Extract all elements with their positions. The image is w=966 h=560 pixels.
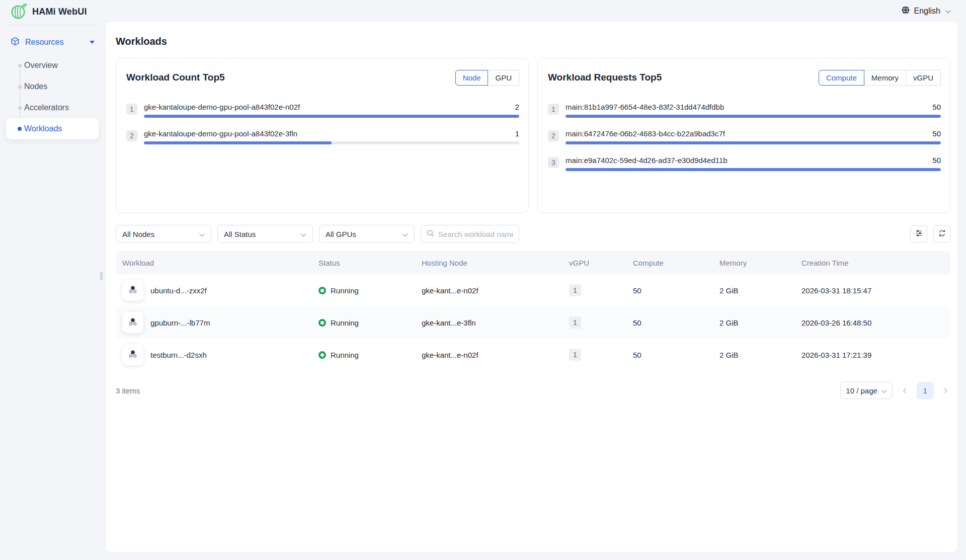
content-card: Workloads Workload Count Top5 Node GPU xyxy=(106,22,957,552)
progress-track xyxy=(566,141,941,144)
chevron-down-icon xyxy=(881,386,887,395)
card-title: Workload Count Top5 xyxy=(126,70,225,83)
col-header-creation-time: Creation Time xyxy=(795,259,950,267)
language-selector[interactable]: English xyxy=(106,0,966,22)
vgpu-badge: 1 xyxy=(569,316,581,329)
rank-value: 50 xyxy=(932,156,941,165)
workload-icon-box xyxy=(122,344,143,365)
workload-icon-box xyxy=(122,312,143,333)
sidebar-item[interactable]: Workloads xyxy=(6,118,99,139)
page-size-select[interactable]: 10 / page xyxy=(840,382,893,399)
progress-track xyxy=(566,168,941,171)
globe-icon xyxy=(901,6,910,17)
rank-badge: 1 xyxy=(126,104,137,115)
tab-button[interactable]: Node xyxy=(455,70,489,86)
tab-button[interactable]: GPU xyxy=(488,70,519,86)
caret-down-icon xyxy=(90,41,95,44)
sidebar-item[interactable]: Overview xyxy=(6,55,99,76)
progress-fill xyxy=(144,141,332,144)
vgpu-badge: 1 xyxy=(569,284,581,296)
status-running-icon xyxy=(318,287,326,294)
filter-select[interactable]: All Nodes xyxy=(116,225,211,243)
table-header: Workload Status Hosting Node vGPU Comput… xyxy=(116,251,950,274)
sidebar-divider xyxy=(6,25,100,26)
filter-select[interactable]: All GPUs xyxy=(319,225,415,243)
app-title: HAMi WebUI xyxy=(32,7,87,17)
rank-row: 3 main:e9a7402c-59ed-4d26-ad37-e30d9d4ed… xyxy=(548,156,941,171)
progress-fill xyxy=(566,141,941,144)
nav-dot-icon xyxy=(18,106,22,110)
page-button-1[interactable]: 1 xyxy=(917,382,934,399)
workload-icon xyxy=(127,316,138,329)
rank-badge: 2 xyxy=(126,130,137,141)
cube-icon xyxy=(10,36,20,48)
tab-button[interactable]: vGPU xyxy=(906,70,941,86)
brand: HAMi WebUI xyxy=(0,0,106,23)
sidebar-item-label: Workloads xyxy=(24,124,62,133)
filter-select[interactable]: All Status xyxy=(217,225,313,243)
creation-time: 2026-03-26 16:48:50 xyxy=(795,318,950,327)
prev-page-icon[interactable]: ‹ xyxy=(900,385,909,396)
search-input[interactable] xyxy=(438,230,513,238)
rank-name: gke-kantaloupe-demo-gpu-pool-a843f02e-3f… xyxy=(144,129,297,138)
col-header-compute: Compute xyxy=(626,259,713,267)
col-header-hosting-node: Hosting Node xyxy=(415,259,562,267)
hosting-node: gke-kant...e-n02f xyxy=(415,286,562,295)
memory-value: 2 GiB xyxy=(713,318,795,327)
workload-icon xyxy=(127,349,138,361)
workload-icon-box xyxy=(122,280,143,301)
tab-button[interactable]: Compute xyxy=(819,70,864,86)
hosting-node: gke-kant...e-3fln xyxy=(415,318,562,327)
main-area: English Workloads Workload Count Top5 No… xyxy=(106,0,966,560)
table-body: ubuntu-d...-zxx2f Running gke-kant...e-n… xyxy=(116,274,950,371)
nav-dot-icon xyxy=(18,127,22,131)
table-row[interactable]: testburn...-d2sxh Running gke-kant...e-n… xyxy=(116,339,950,371)
workload-name: ubuntu-d...-zxx2f xyxy=(150,286,207,295)
next-page-icon[interactable]: › xyxy=(941,385,950,396)
memory-value: 2 GiB xyxy=(713,286,795,295)
rank-name: main:81b1a997-6654-48e3-83f2-31dd474dfdb… xyxy=(566,103,724,111)
rank-badge: 1 xyxy=(548,104,559,115)
sidebar-resize-handle[interactable] xyxy=(100,272,103,280)
sidebar-section-resources[interactable]: Resources xyxy=(6,32,99,53)
col-header-memory: Memory xyxy=(713,259,795,267)
status-label: Running xyxy=(331,318,359,327)
vgpu-badge: 1 xyxy=(569,349,581,361)
requests-card-tabs: Compute Memory vGPU xyxy=(819,70,941,86)
hami-logo-icon xyxy=(10,3,27,21)
workload-name: testburn...-d2sxh xyxy=(150,351,207,359)
nav-dot-icon xyxy=(18,64,22,67)
progress-track xyxy=(566,115,941,118)
workload-requests-card: Workload Requests Top5 Compute Memory vG… xyxy=(537,58,950,213)
table-row[interactable]: ubuntu-d...-zxx2f Running gke-kant...e-n… xyxy=(116,274,950,306)
sidebar-item-label: Nodes xyxy=(24,82,47,91)
language-label: English xyxy=(914,7,940,16)
sidebar-subnav: Overview Nodes Accelerators Workloads xyxy=(0,55,106,139)
sidebar-item-label: Accelerators xyxy=(24,103,69,112)
search-box xyxy=(421,225,519,243)
table-row[interactable]: gpuburn-...-lb77m Running gke-kant...e-3… xyxy=(116,306,950,339)
rank-name: main:6472476e-06b2-4683-b4cc-b22a9bad3c7… xyxy=(566,129,725,138)
progress-track xyxy=(144,115,519,118)
creation-time: 2026-03-31 17:21:39 xyxy=(795,351,950,359)
rank-value: 50 xyxy=(932,129,941,138)
workload-icon xyxy=(127,284,138,297)
rank-badge: 3 xyxy=(548,157,559,168)
progress-fill xyxy=(144,115,519,118)
top-cards: Workload Count Top5 Node GPU 1 xyxy=(116,58,950,213)
nav-dot-icon xyxy=(18,85,22,89)
sidebar-item[interactable]: Accelerators xyxy=(6,97,99,118)
tab-button[interactable]: Memory xyxy=(864,70,906,86)
refresh-button[interactable] xyxy=(933,225,950,243)
col-header-vgpu: vGPU xyxy=(562,259,626,267)
col-header-workload: Workload xyxy=(116,259,312,267)
search-icon xyxy=(427,229,434,238)
progress-fill xyxy=(566,115,941,118)
col-header-status: Status xyxy=(312,259,415,267)
rank-row: 2 gke-kantaloupe-demo-gpu-pool-a843f02e-… xyxy=(126,129,519,144)
sidebar-item[interactable]: Nodes xyxy=(6,76,99,97)
density-settings-button[interactable] xyxy=(910,225,927,243)
rank-list: 1 main:81b1a997-6654-48e3-83f2-31dd474df… xyxy=(548,103,941,171)
filters-bar: All Nodes All Status All GPUs xyxy=(116,225,950,243)
chevron-down-icon xyxy=(945,7,951,16)
